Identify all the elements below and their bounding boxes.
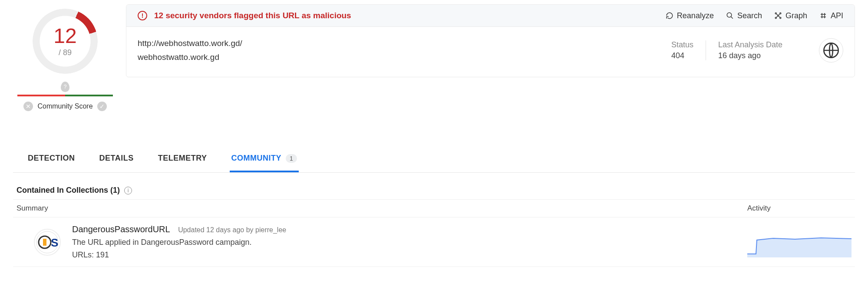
detected-count: 12 <box>53 26 76 46</box>
svg-point-3 <box>780 13 781 14</box>
column-summary: Summary <box>17 204 747 213</box>
graph-button[interactable]: Graph <box>774 11 807 20</box>
tab-detection[interactable]: DETECTION <box>26 146 77 172</box>
svg-point-6 <box>777 15 779 16</box>
tab-telemetry[interactable]: TELEMETRY <box>156 146 209 172</box>
tab-bar: DETECTION DETAILS TELEMETRY COMMUNITY 1 <box>13 146 855 173</box>
collection-row[interactable]: S DangerousPasswordURL Updated 12 days a… <box>13 217 855 267</box>
svg-point-5 <box>780 17 781 19</box>
collection-url-count: URLs: 191 <box>72 250 736 260</box>
api-button[interactable]: API <box>819 11 843 20</box>
score-gauge: 12 / 89 <box>33 9 98 74</box>
alert-icon: ! <box>138 11 147 20</box>
globe-icon <box>819 38 843 63</box>
community-score-marker-icon: ? <box>61 82 69 92</box>
community-score-label: Community Score <box>37 102 92 110</box>
section-title: Contained In Collections (1) <box>17 186 120 195</box>
url-full: http://webhostwatto.work.gd/ <box>138 36 646 50</box>
tab-details[interactable]: DETAILS <box>98 146 135 172</box>
close-icon[interactable]: ✕ <box>23 102 33 111</box>
info-icon[interactable]: i <box>124 187 132 194</box>
total-vendors: / 89 <box>59 48 72 57</box>
collection-title: DangerousPasswordURL <box>72 224 170 234</box>
alert-message: 12 security vendors flagged this URL as … <box>154 11 666 20</box>
search-icon <box>726 12 734 20</box>
reanalyze-button[interactable]: Reanalyze <box>666 11 714 20</box>
svg-text:S: S <box>51 236 58 249</box>
collection-description: The URL applied in DangerousPassword cam… <box>72 238 736 247</box>
svg-point-4 <box>775 17 776 19</box>
collection-updated: Updated 12 days ago by pierre_lee <box>178 226 286 234</box>
svg-point-0 <box>727 13 732 17</box>
search-button[interactable]: Search <box>726 11 762 20</box>
last-analysis-block: Last Analysis Date 16 days ago <box>706 40 795 60</box>
check-icon[interactable]: ✓ <box>97 102 107 111</box>
refresh-icon <box>666 12 673 20</box>
svg-rect-11 <box>43 239 46 246</box>
community-count-badge: 1 <box>286 154 297 163</box>
api-icon <box>819 12 827 20</box>
svg-rect-7 <box>822 14 825 17</box>
activity-sparkline <box>747 227 851 257</box>
detection-score-panel: 12 / 89 ? ✕ Community Score ✓ <box>13 4 117 111</box>
summary-card: ! 12 security vendors flagged this URL a… <box>126 4 855 77</box>
column-activity: Activity <box>747 204 851 213</box>
collection-avatar-icon: S <box>34 229 61 256</box>
url-domain: webhostwatto.work.gd <box>138 50 646 64</box>
tab-community[interactable]: COMMUNITY 1 <box>230 146 299 172</box>
svg-line-1 <box>731 16 733 19</box>
community-score-bar <box>17 95 113 96</box>
status-block: Status 404 <box>659 40 706 60</box>
graph-icon <box>774 12 782 20</box>
svg-point-2 <box>775 13 776 14</box>
